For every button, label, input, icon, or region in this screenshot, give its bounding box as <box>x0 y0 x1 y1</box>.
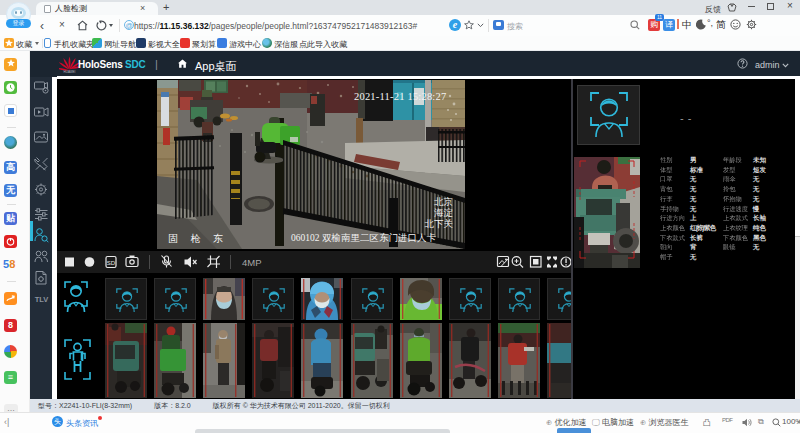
svg-text:TLV: TLV <box>35 295 49 304</box>
svg-text:HUAWEI: HUAWEI <box>64 70 76 73</box>
svg-text:北京: 北京 <box>434 196 454 207</box>
svg-text:SD: SD <box>107 260 116 266</box>
svg-text:2021-11-21 15:28:27: 2021-11-21 15:28:27 <box>354 91 446 102</box>
svg-text:060102 双榆南里二区东门进口人卡: 060102 双榆南里二区东门进口人卡 <box>291 232 436 243</box>
svg-text:4MP: 4MP <box>242 257 262 268</box>
svg-text:北下关: 北下关 <box>425 219 454 229</box>
svg-text:海淀: 海淀 <box>434 207 453 218</box>
svg-text:固 枪 东: 固 枪 东 <box>168 233 228 244</box>
